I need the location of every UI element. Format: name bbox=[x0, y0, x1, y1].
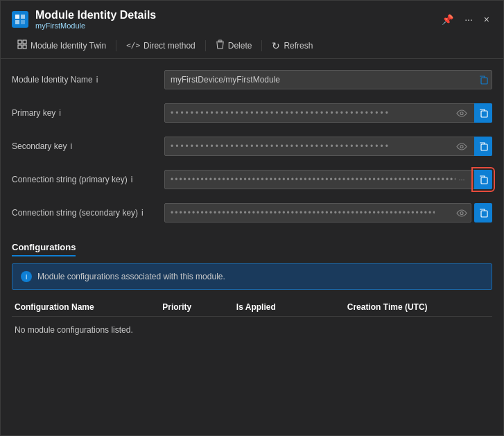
module-identity-name-info-icon[interactable]: i bbox=[96, 75, 98, 85]
window-subtitle: myFirstModule bbox=[35, 21, 156, 30]
primary-key-info-icon[interactable]: i bbox=[59, 108, 61, 118]
connection-string-secondary-input-wrap bbox=[164, 203, 471, 223]
secondary-key-eye-button[interactable] bbox=[452, 137, 471, 156]
connection-string-primary-copy-button[interactable] bbox=[474, 170, 492, 189]
svg-rect-17 bbox=[481, 211, 487, 217]
primary-key-row: Primary key i bbox=[12, 103, 492, 123]
module-identity-name-input[interactable] bbox=[164, 70, 492, 89]
secondary-key-input[interactable] bbox=[164, 137, 492, 156]
svg-rect-10 bbox=[481, 78, 487, 84]
refresh-label: Refresh bbox=[284, 41, 313, 51]
svg-point-11 bbox=[460, 112, 463, 114]
primary-key-label: Primary key i bbox=[12, 108, 164, 118]
direct-method-button[interactable]: </> Direct method bbox=[121, 38, 201, 53]
secondary-key-label: Secondary key i bbox=[12, 141, 164, 151]
module-identity-name-value-wrap bbox=[164, 70, 492, 89]
toolbar: Module Identity Twin </> Direct method D… bbox=[1, 33, 503, 59]
more-button[interactable]: ··· bbox=[462, 12, 476, 26]
connection-string-primary-input[interactable] bbox=[164, 170, 492, 189]
primary-key-input[interactable] bbox=[164, 103, 492, 123]
close-button[interactable]: × bbox=[481, 12, 492, 26]
is-applied-header: Is Applied bbox=[234, 302, 345, 312]
module-identity-name-label: Module Identity Name i bbox=[12, 75, 164, 85]
svg-rect-2 bbox=[15, 20, 19, 24]
secondary-key-info-icon[interactable]: i bbox=[70, 141, 72, 151]
configurations-table-header: Configuration Name Priority Is Applied C… bbox=[12, 298, 492, 317]
configurations-info-icon: i bbox=[21, 271, 32, 282]
config-name-header: Configuration Name bbox=[12, 302, 159, 312]
connection-string-primary-ellipsis-button[interactable]: ··· bbox=[452, 170, 471, 189]
priority-header: Priority bbox=[159, 302, 234, 312]
connection-string-primary-input-wrap: ··· bbox=[164, 170, 492, 189]
svg-point-16 bbox=[460, 211, 463, 214]
secondary-key-input-wrap bbox=[164, 137, 492, 156]
connection-string-secondary-row: Connection string (secondary key) i bbox=[12, 203, 492, 223]
svg-rect-6 bbox=[18, 45, 21, 49]
toolbar-divider-2 bbox=[205, 40, 206, 51]
twin-icon bbox=[17, 40, 27, 51]
content-area: Module Identity Name i Primary key i bbox=[1, 59, 503, 435]
code-icon: </> bbox=[126, 41, 140, 50]
svg-rect-7 bbox=[23, 45, 26, 49]
module-identity-details-window: Module Identity Details myFirstModule 📌 … bbox=[0, 0, 504, 436]
primary-key-eye-button[interactable] bbox=[452, 103, 471, 123]
secondary-key-row: Secondary key i bbox=[12, 137, 492, 156]
svg-rect-1 bbox=[21, 15, 25, 19]
window-title: Module Identity Details bbox=[35, 9, 156, 21]
svg-rect-3 bbox=[21, 20, 25, 24]
svg-rect-4 bbox=[18, 40, 21, 44]
refresh-icon: ↻ bbox=[272, 40, 280, 51]
connection-string-secondary-input[interactable] bbox=[164, 203, 471, 223]
configurations-title: Configurations bbox=[12, 242, 76, 256]
configurations-info-banner: i Module configurations associated with … bbox=[12, 263, 492, 290]
delete-button[interactable]: Delete bbox=[210, 37, 258, 54]
secondary-key-copy-button[interactable] bbox=[474, 137, 492, 156]
title-actions: 📌 ··· × bbox=[439, 12, 492, 26]
app-icon bbox=[12, 11, 28, 28]
connection-string-primary-info-icon[interactable]: i bbox=[131, 175, 133, 184]
primary-key-input-wrap bbox=[164, 103, 492, 123]
svg-rect-12 bbox=[481, 111, 487, 117]
configurations-banner-text: Module configurations associated with th… bbox=[37, 272, 225, 281]
svg-rect-14 bbox=[481, 144, 487, 150]
svg-rect-5 bbox=[23, 40, 26, 44]
module-identity-name-copy-button[interactable] bbox=[474, 70, 492, 89]
title-text-group: Module Identity Details myFirstModule bbox=[35, 9, 156, 30]
connection-string-secondary-info-icon[interactable]: i bbox=[141, 208, 144, 218]
creation-time-header: Creation Time (UTC) bbox=[345, 302, 492, 312]
connection-string-secondary-eye-button[interactable] bbox=[452, 203, 471, 223]
configurations-empty-message: No module configurations listed. bbox=[12, 321, 492, 339]
direct-method-label: Direct method bbox=[144, 41, 195, 51]
configurations-section: Configurations i Module configurations a… bbox=[12, 241, 492, 339]
title-bar: Module Identity Details myFirstModule 📌 … bbox=[1, 1, 503, 33]
primary-key-copy-button[interactable] bbox=[474, 103, 492, 123]
connection-string-primary-row: Connection string (primary key) i ··· bbox=[12, 170, 492, 189]
toolbar-divider-3 bbox=[261, 40, 262, 51]
module-identity-twin-button[interactable]: Module Identity Twin bbox=[12, 37, 112, 54]
svg-point-13 bbox=[460, 145, 463, 148]
svg-rect-15 bbox=[481, 177, 487, 184]
svg-rect-9 bbox=[218, 40, 222, 42]
toolbar-divider-1 bbox=[116, 40, 116, 51]
connection-string-primary-label: Connection string (primary key) i bbox=[12, 175, 164, 184]
connection-string-secondary-label: Connection string (secondary key) i bbox=[12, 208, 164, 218]
module-identity-name-row: Module Identity Name i bbox=[12, 70, 492, 89]
svg-rect-0 bbox=[15, 15, 19, 19]
connection-string-secondary-copy-standalone[interactable] bbox=[474, 203, 492, 223]
delete-label: Delete bbox=[228, 41, 252, 51]
module-identity-twin-label: Module Identity Twin bbox=[31, 41, 106, 51]
refresh-button[interactable]: ↻ Refresh bbox=[266, 37, 318, 54]
title-left: Module Identity Details myFirstModule bbox=[12, 9, 156, 30]
pin-button[interactable]: 📌 bbox=[439, 12, 456, 26]
trash-icon bbox=[216, 40, 225, 51]
